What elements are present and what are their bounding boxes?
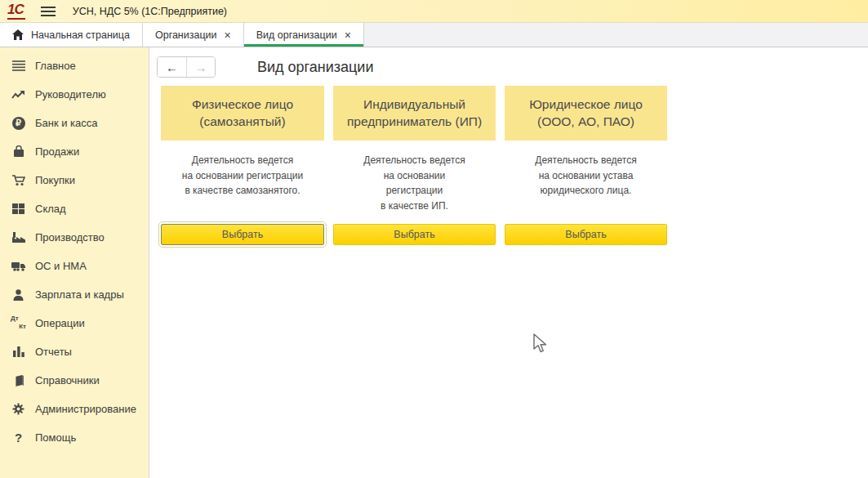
sidebar-item-proizvodstvo[interactable]: Производство (0, 223, 149, 252)
warehouse-icon (11, 201, 26, 217)
page-title: Вид организации (257, 59, 373, 76)
sidebar-item-label: Операции (35, 317, 85, 329)
sidebar-item-label: Администрирование (35, 403, 136, 415)
truck-icon (11, 258, 26, 274)
sidebar-item-otchety[interactable]: Отчеты (0, 337, 149, 366)
tab-organization-kind-label: Вид организации (256, 29, 337, 41)
sidebar-item-prodazhi[interactable]: Продажи (0, 137, 149, 166)
sidebar-item-label: Склад (35, 203, 66, 215)
sidebar-item-label: Покупки (35, 174, 75, 186)
sidebar-item-label: Главное (35, 60, 76, 72)
sidebar-item-administrirovanie[interactable]: Администрирование (0, 395, 149, 423)
navigation-row: ← → Вид организации (157, 56, 868, 78)
sidebar-item-label: Руководителю (35, 88, 106, 101)
sidebar-item-label: Банк и касса (35, 117, 98, 129)
factory-icon (11, 230, 26, 245)
titlebar: 1С УСН, НДС 5% (1С:Предприятие) (0, 0, 868, 23)
debit-credit-icon: ДтКт (11, 315, 26, 331)
history-nav-group: ← → (157, 56, 216, 78)
sidebar-item-glavnoe[interactable]: Главное (0, 51, 149, 80)
tab-organizations-label: Организации (155, 29, 217, 41)
card-legal-entity: Юридическое лицо (ООО, АО, ПАО) Деятельн… (505, 86, 667, 224)
tab-organizations[interactable]: Организации × (143, 23, 244, 47)
gear-icon (11, 401, 26, 417)
question-icon: ? (11, 430, 26, 445)
shopping-cart-icon (11, 172, 26, 188)
ruble-circle-icon: ₽ (11, 115, 26, 131)
close-icon[interactable]: × (225, 29, 231, 41)
sidebar-item-bank-kassa[interactable]: ₽ Банк и касса (0, 109, 149, 137)
shopping-bag-icon (11, 144, 26, 159)
sidebar-item-os-nma[interactable]: ОС и НМА (0, 252, 149, 280)
app-title: УСН, НДС 5% (1С:Предприятие) (73, 6, 227, 17)
books-icon (11, 373, 26, 388)
person-icon (11, 287, 26, 302)
tab-home[interactable]: Начальная страница (0, 23, 143, 47)
menu-lines-icon (11, 58, 26, 74)
organization-type-cards: Физическое лицо (самозанятый) Деятельнос… (161, 86, 868, 245)
trend-up-icon (11, 87, 26, 102)
card-description: Деятельность ведется на основании устава… (505, 153, 667, 199)
sidebar-item-label: Продажи (35, 145, 79, 158)
sidebar-item-pokupki[interactable]: Покупки (0, 166, 149, 194)
card-header: Физическое лицо (самозанятый) (161, 86, 324, 141)
sidebar-item-label: Зарплата и кадры (35, 288, 124, 301)
main-area: ← → Вид организации Физическое лицо (сам… (150, 48, 868, 478)
sidebar-item-zarplata-kadry[interactable]: Зарплата и кадры (0, 280, 149, 309)
card-entrepreneur: Индивидуальный предприниматель (ИП) Деят… (333, 86, 496, 224)
sidebar-item-label: Производство (35, 231, 105, 243)
forward-button[interactable]: → (186, 57, 215, 77)
sidebar-item-label: ОС и НМА (35, 260, 87, 272)
sidebar-item-operatsii[interactable]: ДтКт Операции (0, 309, 149, 337)
sidebar-item-label: Справочники (35, 374, 100, 386)
1c-logo: 1С (7, 2, 25, 20)
card-individual-selfemployed: Физическое лицо (самозанятый) Деятельнос… (161, 86, 324, 224)
tab-organization-kind[interactable]: Вид организации × (244, 23, 364, 47)
sidebar-item-pomosch[interactable]: ? Помощь (0, 423, 149, 452)
sidebar-item-label: Отчеты (35, 346, 72, 358)
card-description: Деятельность ведется на основании регист… (333, 153, 496, 213)
choose-button-selfemployed[interactable]: Выбрать (161, 224, 324, 245)
tab-home-label: Начальная страница (31, 29, 130, 41)
card-header: Юридическое лицо (ООО, АО, ПАО) (505, 86, 667, 141)
close-icon[interactable]: × (345, 29, 351, 41)
tabbar: Начальная страница Организации × Вид орг… (0, 23, 868, 47)
back-button[interactable]: ← (158, 57, 186, 77)
sidebar-item-rukovoditelyu[interactable]: Руководителю (0, 80, 149, 109)
card-description: Деятельность ведется на основании регист… (161, 153, 324, 199)
sidebar-item-label: Помощь (35, 431, 76, 444)
choose-button-entrepreneur[interactable]: Выбрать (333, 224, 496, 245)
bar-chart-icon (11, 344, 26, 360)
sidebar: Главное Руководителю ₽ Банк и касса Прод… (0, 47, 149, 478)
card-header: Индивидуальный предприниматель (ИП) (333, 86, 496, 141)
sidebar-item-sklad[interactable]: Склад (0, 194, 149, 223)
home-icon (12, 29, 24, 40)
sidebar-item-spravochniki[interactable]: Справочники (0, 366, 149, 395)
active-tab-underline (244, 44, 363, 47)
choose-button-legal-entity[interactable]: Выбрать (505, 224, 667, 245)
main-menu-icon[interactable] (41, 7, 56, 16)
